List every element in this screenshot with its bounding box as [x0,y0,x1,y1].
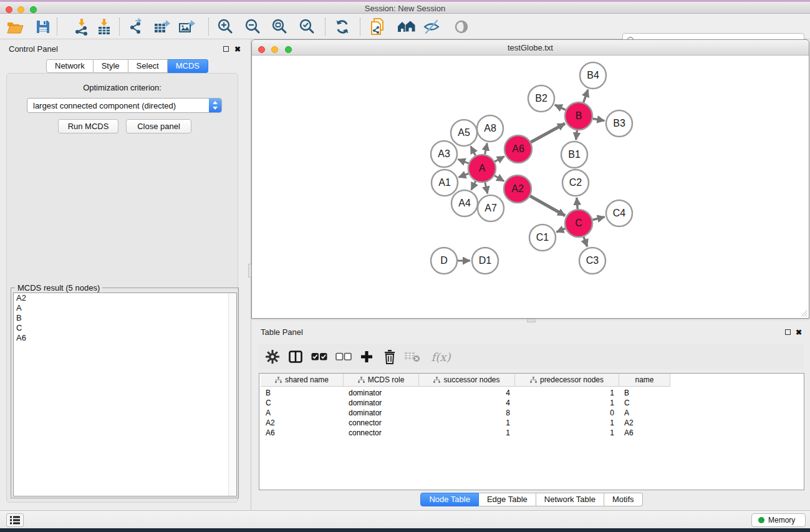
table-cell[interactable]: A [619,408,670,418]
delete-column-icon[interactable] [380,347,399,366]
node-D1[interactable]: D1 [472,248,498,274]
tab-mcds[interactable]: MCDS [168,59,208,73]
table-cell[interactable]: A6 [619,428,670,438]
edge-A-A2[interactable] [494,176,504,181]
table-cell[interactable]: connector [344,418,419,428]
import-network-icon[interactable] [72,17,92,37]
table-panel-float-button[interactable] [785,329,791,335]
settings-gear-icon[interactable] [263,347,282,366]
table-cell[interactable]: C [619,398,670,408]
memory-button[interactable]: Memory [751,513,806,527]
node-C[interactable]: C [565,210,592,237]
tab-select[interactable]: Select [128,59,168,73]
tab-network[interactable]: Network [46,59,94,73]
table-cell[interactable]: 1 [515,388,619,398]
export-table-icon[interactable] [152,17,171,37]
node-A7[interactable]: A7 [478,195,504,221]
edge-A6-B[interactable] [531,123,565,142]
edge-B-B3[interactable] [593,118,605,120]
node-A5[interactable]: A5 [451,120,477,146]
control-panel-close-button[interactable]: ✖ [234,46,241,53]
node-C4[interactable]: C4 [606,200,632,226]
table-cell[interactable]: dominator [344,388,419,398]
table-cell[interactable]: 8 [419,408,515,418]
column-view-icon[interactable] [286,347,305,366]
edge-A-A8[interactable] [485,143,488,155]
tab-network-table[interactable]: Network Table [536,493,604,506]
mcds-result-list[interactable]: A2ABCA6 [13,293,237,496]
function-builder-icon[interactable]: f(x) [428,347,453,366]
result-list-scrollbar[interactable] [228,293,236,496]
run-mcds-button[interactable]: Run MCDS [58,119,118,133]
save-session-icon[interactable] [33,17,53,37]
edge-A-A3[interactable] [458,159,468,163]
edge-A-A4[interactable] [471,181,476,190]
column-header-name[interactable]: name [619,374,670,387]
node-B3[interactable]: B3 [606,110,632,137]
table-cell[interactable]: connector [344,428,419,438]
node-A8[interactable]: A8 [477,115,503,142]
column-header-successor-nodes[interactable]: successor nodes [419,374,515,387]
edge-A-A5[interactable] [471,146,476,155]
column-header-MCDS-role[interactable]: MCDS role [344,374,419,387]
show-graphics-details-icon[interactable] [451,17,471,37]
table-row[interactable]: Bdominator41B [261,388,670,398]
table-row[interactable]: Cdominator41C [261,398,670,408]
edge-A2-C[interactable] [530,196,565,216]
edge-C-C4[interactable] [592,217,604,220]
network-canvas[interactable]: B4B2BB3A8A5A6A3B1AC2A1A2A4A7C4CC1C3DD1 [252,56,809,318]
table-cell[interactable]: B [261,388,344,398]
table-cell[interactable]: 1 [515,398,619,408]
home-networks-icon[interactable] [397,17,417,37]
delete-table-icon[interactable] [403,347,422,366]
edge-C-C1[interactable] [556,228,565,232]
table-cell[interactable]: A2 [261,418,344,428]
dropdown-stepper[interactable] [209,99,221,112]
column-header-shared-name[interactable]: shared name [261,374,344,387]
node-A[interactable]: A [468,155,496,182]
table-row[interactable]: A6connector11A6 [261,428,670,438]
hide-graphics-details-icon[interactable] [422,17,441,37]
edge-A-A6[interactable] [494,157,504,162]
mcds-result-item[interactable]: A6 [14,333,236,343]
edge-C-C2[interactable] [577,198,577,209]
edge-B-B1[interactable] [576,130,577,140]
node-C2[interactable]: C2 [562,170,589,196]
window-resize-grip[interactable] [799,308,808,317]
zoom-fit-icon[interactable] [270,17,290,37]
node-A1[interactable]: A1 [432,170,458,196]
close-panel-button[interactable]: Close panel [126,119,191,133]
export-image-icon[interactable] [176,17,196,37]
task-history-button[interactable] [6,513,24,527]
node-B4[interactable]: B4 [580,62,606,89]
deselect-all-checkboxes-icon[interactable] [334,347,353,366]
tab-motifs[interactable]: Motifs [604,493,643,506]
zoom-selected-icon[interactable] [297,17,317,37]
table-cell[interactable]: 1 [515,418,619,428]
control-panel-float-button[interactable] [223,46,229,52]
node-attribute-table[interactable]: shared nameMCDS rolesuccessor nodesprede… [259,373,804,490]
mcds-result-item[interactable]: C [14,323,236,333]
add-column-icon[interactable] [357,347,376,366]
edge-B-B4[interactable] [584,90,588,103]
edge-B-B2[interactable] [555,105,566,110]
select-all-checkboxes-icon[interactable] [310,347,329,366]
node-A4[interactable]: A4 [451,190,478,216]
table-cell[interactable]: dominator [344,408,419,418]
node-C1[interactable]: C1 [529,225,556,251]
node-B[interactable]: B [565,102,592,130]
table-panel-close-button[interactable]: ✖ [796,329,802,336]
open-session-icon[interactable] [5,17,25,37]
column-header-predecessor-nodes[interactable]: predecessor nodes [515,374,619,387]
table-cell[interactable]: 1 [419,428,515,438]
mcds-result-item[interactable]: A2 [14,293,236,303]
table-cell[interactable]: A6 [261,428,344,438]
criterion-dropdown[interactable]: largest connected component (directed) [27,98,222,113]
table-cell[interactable]: 1 [515,428,619,438]
edge-A-A1[interactable] [458,173,468,177]
node-A2[interactable]: A2 [504,175,531,203]
table-cell[interactable]: 4 [419,388,515,398]
node-A6[interactable]: A6 [504,135,532,163]
network-window-titlebar[interactable]: testGlobe.txt [252,40,809,56]
zoom-out-icon[interactable] [243,17,263,37]
